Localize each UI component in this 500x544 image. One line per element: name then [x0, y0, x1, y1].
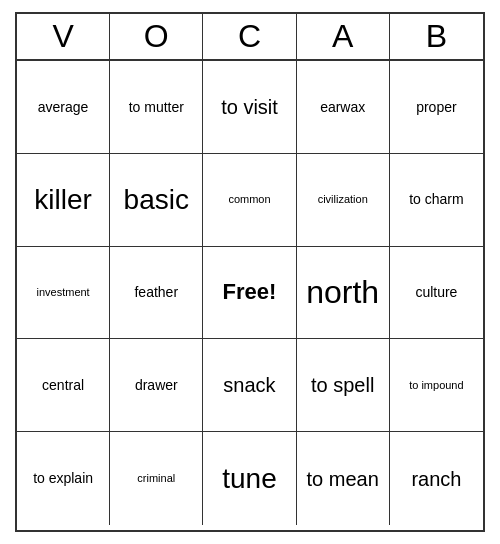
cell-text: common: [228, 193, 270, 206]
bingo-cell-r0-c3: earwax: [297, 61, 390, 154]
bingo-cell-r4-c3: to mean: [297, 432, 390, 525]
bingo-cell-r3-c0: central: [17, 339, 110, 432]
header-cell-o: O: [110, 14, 203, 59]
cell-text: central: [42, 377, 84, 394]
bingo-cell-r1-c0: killer: [17, 154, 110, 247]
bingo-cell-r2-c1: feather: [110, 247, 203, 340]
cell-text: to explain: [33, 470, 93, 487]
header-cell-b: B: [390, 14, 483, 59]
bingo-cell-r4-c1: criminal: [110, 432, 203, 525]
bingo-cell-r4-c0: to explain: [17, 432, 110, 525]
bingo-cell-r4-c2: tune: [203, 432, 296, 525]
bingo-header: VOCAB: [17, 14, 483, 61]
cell-text: to mutter: [129, 99, 184, 116]
cell-text: proper: [416, 99, 456, 116]
cell-text: north: [306, 273, 379, 311]
bingo-cell-r3-c4: to impound: [390, 339, 483, 432]
bingo-cell-r2-c4: culture: [390, 247, 483, 340]
bingo-cell-r2-c3: north: [297, 247, 390, 340]
bingo-cell-r1-c2: common: [203, 154, 296, 247]
cell-text: to mean: [307, 467, 379, 491]
cell-text: earwax: [320, 99, 365, 116]
bingo-cell-r0-c0: average: [17, 61, 110, 154]
bingo-cell-r2-c0: investment: [17, 247, 110, 340]
header-cell-v: V: [17, 14, 110, 59]
cell-text: civilization: [318, 193, 368, 206]
bingo-cell-r1-c1: basic: [110, 154, 203, 247]
cell-text: ranch: [411, 467, 461, 491]
cell-text: tune: [222, 462, 277, 496]
cell-text: investment: [36, 286, 89, 299]
cell-text: killer: [34, 183, 92, 217]
cell-text: to charm: [409, 191, 463, 208]
header-cell-c: C: [203, 14, 296, 59]
cell-text: to visit: [221, 95, 278, 119]
bingo-cell-r3-c2: snack: [203, 339, 296, 432]
bingo-cell-r2-c2: Free!: [203, 247, 296, 340]
bingo-cell-r4-c4: ranch: [390, 432, 483, 525]
cell-text: Free!: [223, 279, 277, 305]
cell-text: snack: [223, 373, 275, 397]
cell-text: drawer: [135, 377, 178, 394]
cell-text: to spell: [311, 373, 374, 397]
bingo-cell-r0-c1: to mutter: [110, 61, 203, 154]
bingo-cell-r0-c4: proper: [390, 61, 483, 154]
bingo-cell-r1-c3: civilization: [297, 154, 390, 247]
cell-text: culture: [415, 284, 457, 301]
bingo-cell-r3-c1: drawer: [110, 339, 203, 432]
cell-text: feather: [134, 284, 178, 301]
bingo-cell-r3-c3: to spell: [297, 339, 390, 432]
cell-text: criminal: [137, 472, 175, 485]
cell-text: average: [38, 99, 89, 116]
bingo-cell-r0-c2: to visit: [203, 61, 296, 154]
bingo-card: VOCAB averageto mutterto visitearwaxprop…: [15, 12, 485, 532]
bingo-grid: averageto mutterto visitearwaxproperkill…: [17, 61, 483, 525]
header-cell-a: A: [297, 14, 390, 59]
bingo-cell-r1-c4: to charm: [390, 154, 483, 247]
cell-text: to impound: [409, 379, 463, 392]
cell-text: basic: [124, 183, 189, 217]
